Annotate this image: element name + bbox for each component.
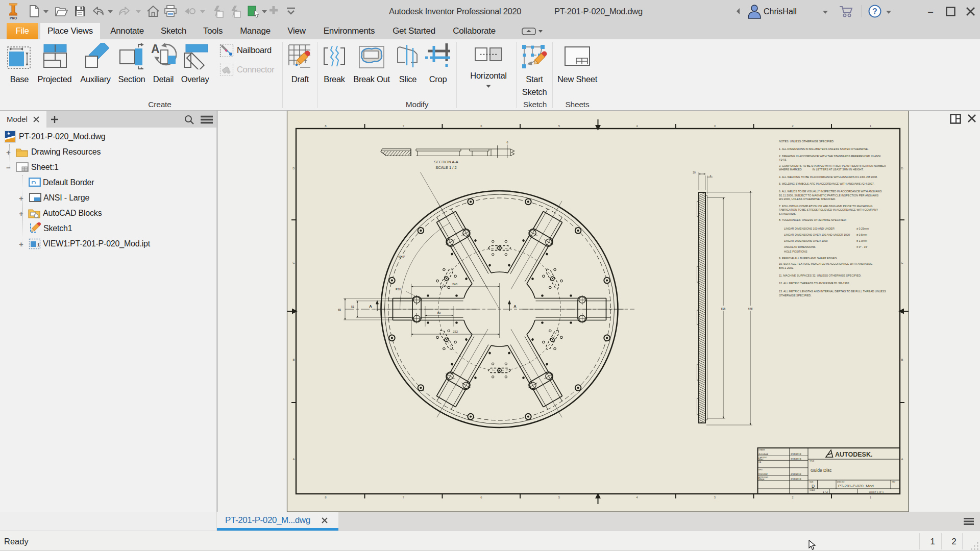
svg-text:7. FOLLOWING COMPLETION OF WE: 7. FOLLOWING COMPLETION OF WELDING AND P… [779, 205, 872, 208]
svg-text:SECTION A-A: SECTION A-A [434, 160, 458, 164]
svg-text:5. WELDING SYMBOLS ARE IN ACC: 5. WELDING SYMBOLS ARE IN ACCORDANCE WIT… [779, 182, 874, 185]
svg-text:2/19/2019: 2/19/2019 [791, 453, 801, 456]
svg-text:ANGULAR DIMENSIONS: ANGULAR DIMENSIONS [784, 245, 816, 248]
svg-text:3. COMPONENTS TO BE STAMPED W: 3. COMPONENTS TO BE STAMPED WITH THIER P… [779, 164, 886, 167]
svg-text:PT-201-P-020_Mod: PT-201-P-020_Mod [838, 484, 874, 488]
svg-text:A: A [292, 458, 295, 461]
svg-text:WHERE MARKED IN L: WHERE MARKED IN LETTERS AT LEAST 3MM IN … [779, 168, 864, 171]
svg-text:C: C [901, 261, 903, 264]
svg-text:648: 648 [748, 307, 753, 310]
svg-text:6. ALL WELDS TO BE VISUALLY I: 6. ALL WELDS TO BE VISUALLY INSPECTED IN… [779, 190, 882, 193]
svg-text:D: D [901, 167, 903, 170]
svg-text:816: 816 [721, 307, 726, 310]
svg-text:HOLE POSITIONS: HOLE POSITIONS [784, 250, 807, 253]
svg-text:STANDARDS.: STANDARDS. [779, 212, 796, 215]
svg-text:3: 3 [710, 174, 712, 178]
svg-text:Y14.5.: Y14.5. [779, 158, 787, 161]
svg-text:OTHERWISE SPECIFIED.: OTHERWISE SPECIFIED. [779, 294, 812, 297]
svg-text:Marc: Marc [758, 458, 764, 461]
svg-text:8. TOLERANCES: UNLESS OTHERW: 8. TOLERANCES: UNLESS OTHERWISE SPECIFIE… [779, 218, 846, 221]
svg-text:1 / 2: 1 / 2 [823, 490, 828, 493]
svg-text:A: A [901, 458, 903, 461]
svg-text:Maya: Maya [758, 478, 765, 481]
svg-text:REV: REV [892, 481, 896, 483]
svg-text:D: D [292, 167, 295, 170]
svg-text:± 0.25mm: ± 0.25mm [856, 227, 869, 230]
svg-text:Autodesk: Autodesk [758, 453, 769, 456]
svg-text:TITLE: TITLE [810, 460, 815, 462]
svg-text:Guide Disc: Guide Disc [811, 468, 832, 473]
svg-text:SHEET 1 OF 1: SHEET 1 OF 1 [869, 491, 884, 493]
svg-text:B: B [901, 358, 903, 361]
svg-text:A: A [151, 43, 160, 56]
svg-text:DRAWN: DRAWN [758, 449, 765, 451]
svg-text:W1:2000, UNLESS OTHERWISE SPEC: W1:2000, UNLESS OTHERWISE SPECIFIED. [779, 197, 836, 201]
svg-text:LINEAR DIMENSIONS 100 AND UND: LINEAR DIMENSIONS 100 AND UNDER [784, 227, 835, 230]
svg-text:B46.1-2002.: B46.1-2002. [779, 266, 794, 269]
svg-text:± 0° - 15': ± 0° - 15' [856, 245, 867, 248]
svg-text:1: 1 [37, 242, 40, 247]
svg-text:R10: R10 [396, 288, 401, 291]
svg-text:MFG: MFG [758, 469, 763, 471]
svg-text:10. SURFACE TEXTURE INDICATED: 10. SURFACE TEXTURE INDICATED IN ACCORDA… [779, 262, 873, 265]
svg-text:2/19/2019: 2/19/2019 [791, 478, 801, 481]
svg-text:NOTES: UNLESS OTHERWISE SPECI: NOTES: UNLESS OTHERWISE SPECIFIED [779, 140, 834, 143]
svg-text:PRO: PRO [10, 16, 17, 20]
svg-text:60.0°: 60.0° [399, 255, 405, 258]
svg-text:LINEAR DIMENSIONS OVER 1000: LINEAR DIMENSIONS OVER 1000 [784, 239, 827, 242]
svg-text:± 0.5mm: ± 0.5mm [856, 233, 867, 236]
svg-text:A: A [369, 304, 372, 309]
svg-text:QA: QA [758, 461, 762, 463]
svg-text:SCALE 1 / 2: SCALE 1 / 2 [435, 165, 456, 170]
svg-text:13. ALL METRIC LENGTHS AND INT: 13. ALL METRIC LENGTHS AND INTERNAL DEPT… [779, 290, 886, 293]
svg-text:2/19/2019: 2/19/2019 [791, 473, 801, 475]
svg-text:1. ALL DIMENSIONS IN MILLIMET: 1. ALL DIMENSIONS IN MILLIMETERS UNLESS … [779, 147, 869, 151]
svg-text:LINEAR DIMENSIONS OVER 100 AN: LINEAR DIMENSIONS OVER 100 AND UNDER 100… [784, 233, 850, 236]
svg-text:± 1.0mm: ± 1.0mm [856, 239, 867, 242]
svg-text:SCALE: SCALE [810, 489, 816, 491]
svg-text:B1.11:2000, SUBJECT TO MAGNETI: B1.11:2000, SUBJECT TO MAGNETIC PARTICLE… [779, 194, 879, 197]
svg-text:9. REMOVE ALL BURRS AND SHARP: 9. REMOVE ALL BURRS AND SHARP EDGES. [779, 257, 838, 260]
svg-text:20: 20 [693, 171, 696, 174]
svg-text:SIZE: SIZE [810, 481, 814, 483]
svg-text:51: 51 [351, 305, 354, 308]
svg-text:65: 65 [338, 308, 341, 311]
svg-text:2/19/2019: 2/19/2019 [791, 458, 801, 461]
svg-text:A: A [513, 304, 517, 309]
svg-text:2. DRAWING IN ACCORDANCE WITH: 2. DRAWING IN ACCORDANCE WITH THE STANDA… [779, 155, 880, 158]
svg-text:11. MACHINE SURFACES 32, UNLES: 11. MACHINE SURFACES 32, UNLESS OTHERWIS… [779, 274, 862, 277]
svg-text:232: 232 [453, 330, 458, 333]
svg-text:4. ALL WELDING TO BE IN ACCOR: 4. ALL WELDING TO BE IN ACCORDANCE WITH … [779, 176, 878, 179]
svg-text:D: D [812, 484, 815, 489]
svg-text:240: 240 [452, 283, 458, 286]
svg-text:80: 80 [437, 311, 441, 314]
svg-text:FABRICATION TO BE STRESS RELIE: FABRICATION TO BE STRESS RELIEVED IN ACC… [779, 208, 878, 211]
svg-text:B: B [292, 358, 295, 361]
svg-text:12. ALL METRIC THREADS TO ANSI: 12. ALL METRIC THREADS TO ANSI/ASME B1.3… [779, 282, 850, 285]
svg-text:ImsCAM: ImsCAM [758, 473, 768, 475]
svg-text:6: 6 [506, 141, 508, 144]
svg-text:DWG NO: DWG NO [837, 481, 845, 483]
svg-text:?: ? [872, 7, 877, 16]
svg-text:AUTODESK.: AUTODESK. [835, 451, 872, 458]
svg-text:C: C [292, 261, 295, 264]
